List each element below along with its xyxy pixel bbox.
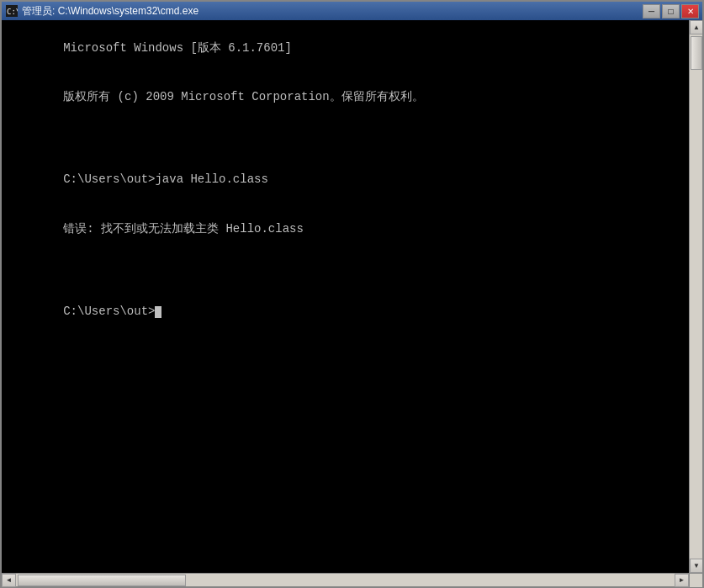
vertical-scrollbar[interactable]: ▲ ▼ — [689, 20, 702, 573]
scroll-down-button[interactable]: ▼ — [690, 559, 702, 573]
terminal-output: Microsoft Windows [版本 6.1.7601] 版权所有 (c)… — [7, 24, 684, 336]
title-bar-buttons: ─ □ ✕ — [643, 4, 699, 19]
line-7: C:\Users\out> — [63, 305, 161, 318]
minimize-button[interactable]: ─ — [643, 4, 660, 19]
cmd-window: C:\ 管理员: C:\Windows\system32\cmd.exe ─ □… — [0, 0, 704, 588]
cmd-icon: C:\ — [5, 4, 19, 18]
close-button[interactable]: ✕ — [681, 4, 699, 19]
title-bar-left: C:\ 管理员: C:\Windows\system32\cmd.exe — [5, 4, 198, 19]
cursor — [155, 306, 161, 318]
scroll-up-button[interactable]: ▲ — [690, 20, 702, 34]
scroll-right-button[interactable]: ► — [675, 574, 689, 587]
content-area: Microsoft Windows [版本 6.1.7601] 版权所有 (c)… — [2, 20, 702, 573]
scroll-left-button[interactable]: ◄ — [2, 574, 16, 587]
svg-text:C:\: C:\ — [7, 8, 18, 16]
line-1: Microsoft Windows [版本 6.1.7601] — [63, 41, 292, 55]
scroll-track-h[interactable] — [16, 574, 675, 586]
scroll-thumb-v[interactable] — [691, 36, 702, 70]
line-4: C:\Users\out>java Hello.class — [63, 172, 268, 186]
maximize-button[interactable]: □ — [662, 4, 680, 19]
bottom-bar: ◄ ► — [2, 573, 702, 586]
scroll-track-v[interactable] — [690, 34, 702, 559]
title-bar: C:\ 管理员: C:\Windows\system32\cmd.exe ─ □… — [2, 2, 702, 20]
scroll-thumb-h[interactable] — [18, 575, 186, 586]
line-5: 错误: 找不到或无法加载主类 Hello.class — [63, 222, 304, 236]
terminal[interactable]: Microsoft Windows [版本 6.1.7601] 版权所有 (c)… — [2, 20, 689, 573]
scrollbar-corner — [689, 574, 702, 587]
window-title: 管理员: C:\Windows\system32\cmd.exe — [22, 4, 198, 19]
line-2: 版权所有 (c) 2009 Microsoft Corporation。保留所有… — [63, 90, 423, 103]
